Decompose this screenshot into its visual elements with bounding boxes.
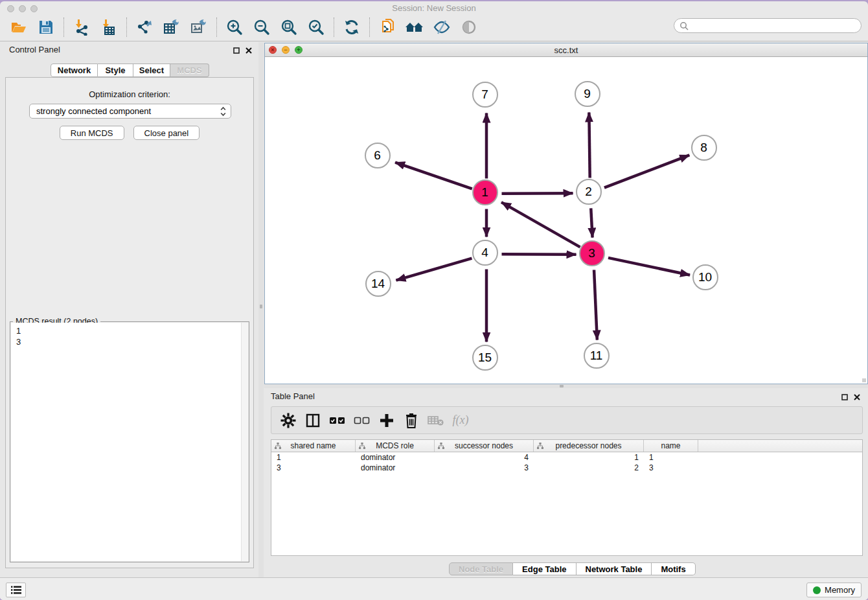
graph-node-15[interactable]: 15 <box>472 345 498 371</box>
resize-grip[interactable] <box>862 378 866 382</box>
graph-node-11[interactable]: 11 <box>584 343 610 369</box>
graph-node-7[interactable]: 7 <box>472 82 498 108</box>
graph-node-8[interactable]: 8 <box>691 135 717 161</box>
app-window: Session: New Session <box>0 1 868 600</box>
graph-node-9[interactable]: 9 <box>575 81 600 107</box>
tab-select[interactable]: Select <box>133 63 170 77</box>
column-header-predecessor-nodes[interactable]: predecessor nodes <box>534 440 644 452</box>
graph-node-1[interactable]: 1 <box>472 179 498 205</box>
graph-edge-2-8[interactable] <box>604 155 689 187</box>
node-table: shared nameMCDS rolesuccessor nodesprede… <box>271 439 863 556</box>
graph-edge-3-1[interactable] <box>501 202 580 247</box>
cell-shared-name[interactable]: 1 <box>271 453 356 462</box>
network-view-window: × − + scc.txt 7968124314101511 <box>264 43 868 384</box>
graph-node-3[interactable]: 3 <box>579 240 605 266</box>
cell-successor-nodes[interactable]: 4 <box>435 453 534 462</box>
close-panel-icon[interactable] <box>244 46 253 54</box>
table-settings-icon[interactable] <box>279 411 297 430</box>
vertical-splitter[interactable] <box>258 42 264 577</box>
graph-node-4[interactable]: 4 <box>472 240 498 266</box>
zoom-selected-icon[interactable] <box>306 17 326 37</box>
cell-successor-nodes[interactable]: 3 <box>435 463 534 472</box>
network-canvas[interactable]: 7968124314101511 <box>265 57 867 384</box>
cell-name[interactable]: 3 <box>644 463 698 472</box>
import-network-icon[interactable] <box>72 17 91 37</box>
memory-button[interactable]: Memory <box>806 583 862 597</box>
column-header-shared-name[interactable]: shared name <box>271 440 356 452</box>
tab-node-table[interactable]: Node Table <box>449 562 513 575</box>
zoom-fit-icon[interactable] <box>279 17 299 37</box>
window-title: Session: New Session <box>0 3 868 13</box>
tab-network-table[interactable]: Network Table <box>577 562 652 575</box>
export-network-icon[interactable] <box>135 17 154 37</box>
column-header-mcds-role[interactable]: MCDS role <box>356 440 435 452</box>
deselect-all-icon[interactable] <box>353 411 371 430</box>
network-window-titlebar[interactable]: × − + scc.txt <box>265 43 867 57</box>
tab-mcds[interactable]: MCDS <box>170 63 209 77</box>
graph-edge-1-2[interactable] <box>501 193 573 194</box>
graph-node-14[interactable]: 14 <box>365 271 391 297</box>
graph-edge-4-3[interactable] <box>501 254 576 255</box>
graph-edge-2-9[interactable] <box>589 112 589 178</box>
table-row[interactable]: 1dominator411 <box>271 452 862 463</box>
criterion-dropdown[interactable]: strongly connected component <box>29 104 231 119</box>
mcds-result-list[interactable]: 1 3 <box>11 323 248 561</box>
column-header-successor-nodes[interactable]: successor nodes <box>435 440 534 452</box>
close-panel-icon[interactable] <box>852 393 861 401</box>
export-table-icon[interactable] <box>162 17 181 37</box>
table-row[interactable]: 3dominator323 <box>271 463 862 473</box>
first-neighbors-icon[interactable] <box>405 17 424 37</box>
show-graphics-details-icon[interactable] <box>459 17 479 37</box>
run-mcds-button[interactable]: Run MCDS <box>60 126 124 140</box>
add-column-icon[interactable] <box>378 411 396 430</box>
open-session-icon[interactable] <box>9 17 29 37</box>
tab-network[interactable]: Network <box>51 63 98 77</box>
export-image-icon[interactable] <box>189 17 209 37</box>
cell-name[interactable]: 1 <box>644 453 698 462</box>
graph-node-10[interactable]: 10 <box>692 264 718 290</box>
float-panel-icon[interactable] <box>840 393 849 401</box>
table-panel-title: Table Panel <box>271 391 315 401</box>
scrollbar-track[interactable] <box>241 323 248 561</box>
graph-node-2[interactable]: 2 <box>576 179 602 205</box>
graph-edge-2-3[interactable] <box>591 208 592 237</box>
refresh-icon[interactable] <box>342 17 361 37</box>
cell-mcds-role[interactable]: dominator <box>356 453 435 462</box>
memory-label: Memory <box>825 585 855 595</box>
tab-style[interactable]: Style <box>98 63 133 77</box>
hide-graphics-details-icon[interactable] <box>432 17 451 37</box>
graph-edge-4-14[interactable] <box>396 259 472 281</box>
close-panel-button[interactable]: Close panel <box>133 126 200 140</box>
titlebar: Session: New Session <box>0 1 868 14</box>
cell-predecessor-nodes[interactable]: 1 <box>534 453 644 462</box>
optimization-criterion-label: Optimization criterion: <box>6 89 253 99</box>
show-columns-icon[interactable] <box>304 411 322 430</box>
task-history-button[interactable] <box>6 583 26 597</box>
cell-mcds-role[interactable]: dominator <box>356 463 435 472</box>
save-session-icon[interactable] <box>36 17 56 37</box>
zoom-in-icon[interactable] <box>225 17 244 37</box>
import-table-icon[interactable] <box>99 17 119 37</box>
graph-node-6[interactable]: 6 <box>365 143 391 168</box>
cell-shared-name[interactable]: 3 <box>271 463 356 472</box>
control-panel-title: Control Panel <box>9 45 60 54</box>
control-panel-tabs: NetworkStyleSelectMCDS <box>51 63 209 77</box>
search-field[interactable] <box>674 18 862 33</box>
float-panel-icon[interactable] <box>232 46 240 54</box>
tab-motifs[interactable]: Motifs <box>652 562 695 575</box>
search-input[interactable] <box>689 19 861 32</box>
zoom-out-icon[interactable] <box>252 17 271 37</box>
cell-predecessor-nodes[interactable]: 2 <box>534 463 644 472</box>
column-header-name[interactable]: name <box>644 440 698 452</box>
graph-edge-1-6[interactable] <box>395 163 472 189</box>
tab-edge-table[interactable]: Edge Table <box>513 562 576 575</box>
table-tabs: Node TableEdge TableNetwork TableMotifs <box>449 562 696 575</box>
clone-network-icon[interactable] <box>378 17 397 37</box>
main-content: Control Panel NetworkStyleSelectMCDS Opt… <box>0 42 868 577</box>
graph-edge-3-11[interactable] <box>594 270 597 340</box>
main-toolbar <box>0 14 868 41</box>
select-all-icon[interactable] <box>328 411 347 430</box>
delete-column-icon[interactable] <box>402 411 420 430</box>
graph-edge-3-10[interactable] <box>608 258 690 275</box>
chevron-updown-icon <box>220 106 226 119</box>
